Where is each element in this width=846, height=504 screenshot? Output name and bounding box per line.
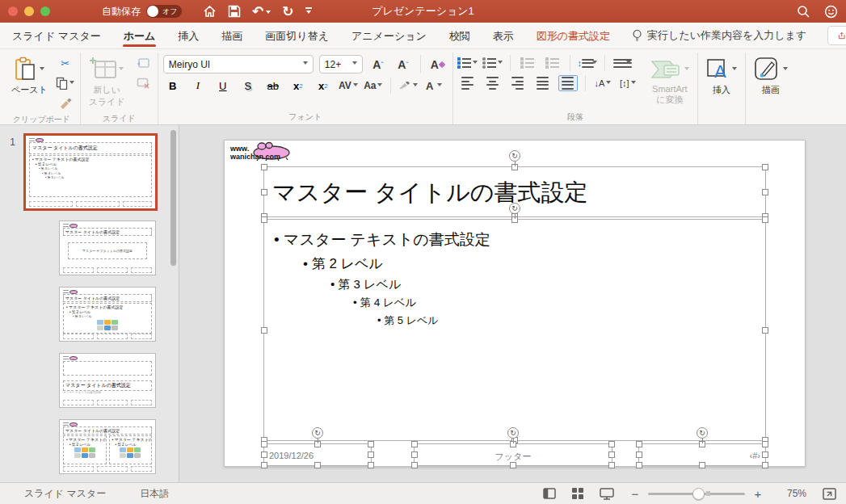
resize-handle-se[interactable] xyxy=(368,462,374,468)
resize-handle-e[interactable] xyxy=(608,452,615,458)
resize-handle-se[interactable] xyxy=(608,462,615,468)
font-color-button[interactable]: A xyxy=(423,78,443,94)
maximize-window-button[interactable] xyxy=(40,6,50,16)
slide-sorter-view-button[interactable] xyxy=(572,488,583,499)
font-name-select[interactable]: Meiryo UI xyxy=(163,55,314,74)
new-slide-button[interactable]: 新しい スライド xyxy=(86,52,128,111)
highlight-color-button[interactable] xyxy=(398,78,418,94)
resize-handle-w[interactable] xyxy=(636,452,642,458)
underline-button[interactable]: U xyxy=(213,78,233,94)
bullet-level-5[interactable]: 第 5 レベル xyxy=(264,313,765,328)
insert-textbox-button[interactable]: A 挿入 xyxy=(703,52,740,99)
resize-handle-nw[interactable] xyxy=(411,441,418,447)
draw-button[interactable]: 描画 xyxy=(751,52,791,99)
resize-handle-s[interactable] xyxy=(510,462,516,468)
resize-handle-se[interactable] xyxy=(762,462,768,468)
redo-button[interactable]: ↻ xyxy=(282,5,293,19)
resize-handle-ne[interactable] xyxy=(368,441,374,447)
increase-indent-button[interactable] xyxy=(543,55,562,71)
normal-view-button[interactable] xyxy=(543,488,556,499)
bullets-button[interactable] xyxy=(458,55,478,71)
resize-handle-ne[interactable] xyxy=(608,441,615,447)
rotate-handle-icon[interactable]: ↻ xyxy=(507,427,519,439)
tab-animations[interactable]: アニメーション xyxy=(351,23,427,48)
numbering-button[interactable] xyxy=(483,55,503,71)
bullet-level-1[interactable]: マスター テキストの書式設定 xyxy=(264,229,765,250)
resize-handle-sw[interactable] xyxy=(636,462,642,468)
slide-master-editing-surface[interactable]: www. wanichan.com マスター タイトルの書式設定 ↻ マスター … xyxy=(224,140,806,467)
line-spacing-button[interactable]: ↕ xyxy=(578,55,597,71)
tab-transitions[interactable]: 画面切り替え xyxy=(264,23,330,48)
resize-handle-s[interactable] xyxy=(314,462,321,468)
align-left-button[interactable] xyxy=(458,75,478,91)
resize-handle-w[interactable] xyxy=(261,327,267,334)
rotate-handle-icon[interactable]: ↻ xyxy=(312,427,323,439)
tab-view[interactable]: 表示 xyxy=(492,23,515,48)
font-size-select[interactable]: 12+ xyxy=(319,55,363,74)
subscript-button[interactable]: x2 xyxy=(314,78,333,94)
home-icon[interactable] xyxy=(203,5,217,18)
tab-insert[interactable]: 挿入 xyxy=(177,23,200,48)
thumbnail-layout-title-content[interactable]: マスター タイトルの書式設定 マスター テキストの書式設定 第 2 レベル 第 … xyxy=(59,287,156,342)
align-text-vertical-button[interactable]: [↕] xyxy=(618,75,638,91)
columns-button[interactable] xyxy=(612,55,632,71)
superscript-button[interactable]: x2 xyxy=(288,78,308,94)
resize-handle-nw[interactable] xyxy=(636,441,642,447)
reuse-slides-button[interactable] xyxy=(133,55,153,71)
strikethrough-button[interactable]: ab xyxy=(263,78,283,94)
text-direction-button[interactable]: ↓A xyxy=(593,75,612,91)
clear-formatting-button[interactable]: A xyxy=(428,57,448,73)
zoom-out-button[interactable]: − xyxy=(630,487,640,501)
minimize-window-button[interactable] xyxy=(24,6,34,16)
rotate-handle-icon[interactable]: ↻ xyxy=(509,203,520,214)
rotate-handle-icon[interactable]: ↻ xyxy=(697,427,708,439)
copy-button[interactable] xyxy=(56,75,75,91)
character-spacing-button[interactable]: AV xyxy=(339,78,358,94)
search-icon[interactable] xyxy=(797,5,810,18)
tab-slide-master[interactable]: スライド マスター xyxy=(11,23,102,48)
zoom-slider[interactable] xyxy=(648,493,745,495)
save-icon[interactable] xyxy=(228,5,241,18)
resize-handle-w[interactable] xyxy=(411,452,418,458)
resize-handle-e[interactable] xyxy=(762,452,768,458)
tab-draw[interactable]: 描画 xyxy=(221,23,243,48)
tab-home[interactable]: ホーム xyxy=(123,23,157,48)
rotate-handle-icon[interactable]: ↻ xyxy=(509,150,520,162)
resize-handle-ne[interactable] xyxy=(762,164,768,170)
thumbnail-master-slide[interactable]: マスター タイトルの書式設定 マスター テキストの書式設定 第 2 レベル 第 … xyxy=(25,135,156,209)
delete-slide-button[interactable] xyxy=(133,75,153,91)
decrease-font-size-button[interactable]: Aˇ xyxy=(394,57,413,73)
resize-handle-e[interactable] xyxy=(762,189,768,195)
fit-slide-to-window-button[interactable] xyxy=(823,488,836,500)
customize-toolbar-icon[interactable] xyxy=(305,7,312,16)
justify-button[interactable] xyxy=(533,75,553,91)
tab-review[interactable]: 校閲 xyxy=(448,23,471,48)
undo-dropdown-icon[interactable] xyxy=(266,10,271,16)
resize-handle-nw[interactable] xyxy=(261,164,267,170)
tell-me-box[interactable]: 実行したい作業内容を入力します xyxy=(632,28,806,43)
paste-button[interactable]: ペースト xyxy=(8,52,51,99)
share-button[interactable]: 共有 xyxy=(827,26,846,45)
resize-handle-sw[interactable] xyxy=(261,462,267,468)
convert-to-smartart-button[interactable]: SmartArt に変換 xyxy=(647,52,692,108)
text-shadow-button[interactable]: S xyxy=(238,78,258,94)
resize-handle-sw[interactable] xyxy=(411,462,418,468)
thumbnail-scrollbar[interactable] xyxy=(170,130,176,266)
cut-button[interactable]: ✂ xyxy=(56,55,75,71)
bullet-level-2[interactable]: 第 2 レベル xyxy=(264,254,765,273)
resize-handle-ne[interactable] xyxy=(762,216,768,223)
bold-button[interactable]: B xyxy=(163,78,183,94)
autosave-toggle[interactable]: オフ xyxy=(146,5,182,18)
resize-handle-e[interactable] xyxy=(762,327,768,334)
bullet-level-4[interactable]: 第 4 レベル xyxy=(264,296,765,310)
align-right-button[interactable] xyxy=(508,75,528,91)
tab-shape-format[interactable]: 図形の書式設定 xyxy=(536,23,611,48)
resize-handle-ne[interactable] xyxy=(762,441,768,447)
footer-placeholder[interactable]: フッター ↻ xyxy=(414,443,612,466)
decrease-indent-button[interactable] xyxy=(518,55,537,71)
bullet-level-3[interactable]: 第 3 レベル xyxy=(264,277,765,292)
align-center-button[interactable] xyxy=(483,75,503,91)
zoom-in-button[interactable]: + xyxy=(753,487,763,501)
zoom-slider-thumb[interactable] xyxy=(692,488,705,500)
thumbnail-layout-title-slide[interactable]: マスター タイトルの書式設定 マスター サブタイトルの書式設定 xyxy=(59,220,156,275)
